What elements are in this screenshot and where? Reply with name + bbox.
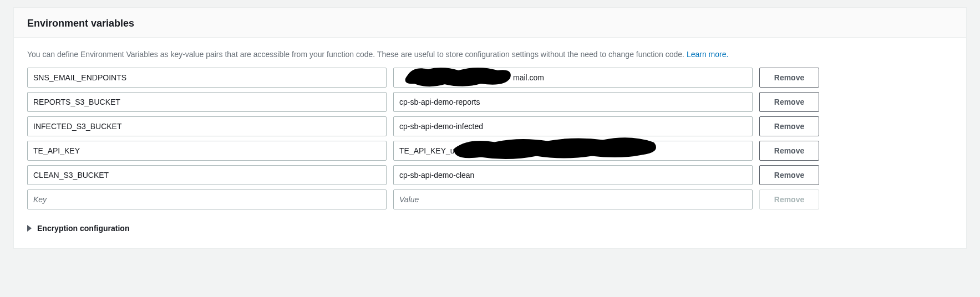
remove-button-disabled: Remove — [759, 190, 819, 209]
key-col — [27, 68, 387, 88]
key-col — [27, 141, 387, 161]
env-row: Remove — [27, 68, 953, 88]
remove-button[interactable]: Remove — [759, 141, 819, 161]
remove-button[interactable]: Remove — [759, 92, 819, 112]
value-col — [393, 141, 753, 161]
remove-button[interactable]: Remove — [759, 68, 819, 88]
key-col — [27, 92, 387, 112]
remove-button[interactable]: Remove — [759, 165, 819, 185]
env-row: Remove — [27, 116, 953, 136]
remove-button[interactable]: Remove — [759, 116, 819, 136]
env-value-input[interactable] — [393, 141, 753, 161]
value-col — [393, 116, 753, 136]
env-key-input[interactable] — [27, 116, 387, 136]
panel-header: Environment variables — [14, 8, 966, 38]
panel-body: You can define Environment Variables as … — [14, 38, 966, 248]
env-key-input[interactable] — [27, 68, 387, 88]
env-key-input[interactable] — [27, 92, 387, 112]
env-row: Remove — [27, 165, 953, 185]
env-key-input[interactable] — [27, 165, 387, 185]
key-col — [27, 116, 387, 136]
env-row: Remove — [27, 141, 953, 161]
learn-more-link[interactable]: Learn more. — [687, 50, 728, 59]
panel-title: Environment variables — [27, 18, 953, 29]
value-col — [393, 190, 753, 209]
description-text: You can define Environment Variables as … — [27, 50, 687, 59]
env-row: Remove — [27, 92, 953, 112]
expander-label: Encryption configuration — [37, 224, 129, 233]
env-value-input[interactable] — [393, 92, 753, 112]
env-value-input[interactable] — [393, 116, 753, 136]
env-row-empty: Remove — [27, 190, 953, 209]
key-col — [27, 190, 387, 209]
key-col — [27, 165, 387, 185]
env-value-input-empty[interactable] — [393, 190, 753, 209]
env-key-input[interactable] — [27, 141, 387, 161]
caret-right-icon — [27, 225, 32, 232]
env-value-input[interactable] — [393, 68, 753, 88]
value-col — [393, 92, 753, 112]
value-col — [393, 68, 753, 88]
env-variables-panel: Environment variables You can define Env… — [13, 7, 967, 249]
encryption-configuration-expander[interactable]: Encryption configuration — [27, 224, 129, 233]
env-key-input-empty[interactable] — [27, 190, 387, 209]
panel-description: You can define Environment Variables as … — [27, 50, 953, 59]
env-value-input[interactable] — [393, 165, 753, 185]
value-col — [393, 165, 753, 185]
